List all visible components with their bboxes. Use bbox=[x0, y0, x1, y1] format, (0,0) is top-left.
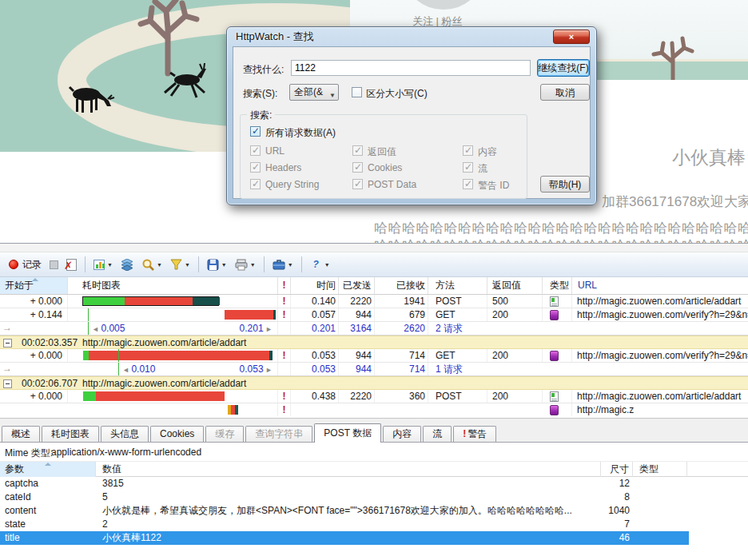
find-dialog: HttpWatch - 查找 × 查找什么: 继续查找(F) 搜索(S): 全部… bbox=[226, 26, 597, 205]
post-param-row[interactable]: captcha 3815 12 bbox=[0, 477, 748, 490]
request-row[interactable]: + 0.000 ! 0.140 2220 1941 POST 500 http:… bbox=[0, 295, 748, 308]
tab-headers[interactable]: 头信息 bbox=[101, 426, 149, 442]
param-name: captcha bbox=[5, 477, 93, 490]
filter-button[interactable]: ▼ bbox=[169, 256, 192, 273]
match-case-label[interactable]: 区分大小写(C) bbox=[366, 87, 428, 101]
record-button[interactable]: 记录 bbox=[7, 256, 43, 273]
param-name: state bbox=[5, 518, 93, 531]
help-button[interactable]: ? ▼ bbox=[308, 256, 332, 273]
stream-checkbox-label: 流 bbox=[478, 162, 487, 176]
find-next-button[interactable]: 继续查找(F) bbox=[537, 59, 590, 77]
warning-icon: ! bbox=[278, 295, 291, 308]
mime-type-row: Mime 类型: application/x-www-form-urlencod… bbox=[0, 443, 748, 461]
chevron-down-icon: ▼ bbox=[324, 262, 330, 268]
search-button[interactable]: ▼ bbox=[140, 256, 164, 273]
pane-chrome-strip bbox=[0, 244, 748, 252]
range-start: 0.010 bbox=[122, 363, 155, 375]
all-request-data-label[interactable]: 所有请求数据(A) bbox=[265, 126, 336, 140]
image-file-icon bbox=[550, 351, 559, 361]
param-value: 小伙就是棒，希望真诚交朋友，加群<SPAN><FONT face="">3661… bbox=[102, 504, 598, 518]
clear-button[interactable]: ✗ bbox=[65, 256, 78, 273]
column-header-method[interactable]: 方法 bbox=[428, 277, 487, 294]
group-button[interactable] bbox=[119, 256, 135, 273]
param-size: 8 bbox=[585, 490, 630, 504]
post-column-name[interactable]: 参数 bbox=[0, 462, 96, 477]
start-offset: + 0.144 bbox=[0, 308, 68, 321]
collapse-icon[interactable] bbox=[3, 339, 12, 348]
post-column-value[interactable]: 数值 bbox=[96, 462, 601, 477]
dialog-title[interactable]: HttpWatch - 查找 bbox=[227, 27, 596, 46]
match-case-checkbox[interactable] bbox=[352, 87, 362, 97]
collapse-icon[interactable] bbox=[3, 379, 12, 388]
tab-warnings[interactable]: !警告 bbox=[453, 426, 496, 442]
column-header-status[interactable]: 返回值 bbox=[487, 277, 543, 294]
layers-icon bbox=[121, 259, 133, 271]
column-header-type[interactable]: 类型 bbox=[543, 277, 572, 294]
group-timestamp: 00:02:06.707 bbox=[22, 377, 78, 390]
column-header-started[interactable]: 开始于 bbox=[0, 277, 68, 294]
post-column-type[interactable]: 类型 bbox=[633, 462, 687, 477]
status-value: 200 bbox=[487, 349, 543, 362]
tab-query-string[interactable]: 查询字符串 bbox=[245, 426, 312, 442]
tools-button[interactable]: ▼ bbox=[271, 256, 295, 273]
toolbar-separator bbox=[264, 256, 265, 272]
tab-content[interactable]: 内容 bbox=[383, 426, 421, 442]
request-url: http://magic.zuowen.com/verify?h=29&n=a bbox=[572, 308, 748, 321]
page-group-row[interactable]: 00:02:03.357 http://magic.zuowen.com/art… bbox=[0, 336, 748, 349]
print-button[interactable]: ▼ bbox=[233, 256, 257, 273]
sort-ascending-icon bbox=[32, 278, 38, 281]
help-icon: ? bbox=[310, 259, 322, 271]
tab-cache[interactable]: 缓存 bbox=[205, 426, 244, 442]
status-checkbox bbox=[352, 145, 363, 156]
column-header-timechart[interactable]: 耗时图表 bbox=[68, 277, 278, 294]
pane-splitter[interactable] bbox=[0, 418, 748, 423]
url-checkbox bbox=[250, 145, 261, 156]
find-input[interactable] bbox=[291, 60, 531, 76]
tab-post-data[interactable]: POST 数据 bbox=[314, 423, 381, 443]
post-param-row-selected[interactable]: title 小伙真棒1122 46 bbox=[0, 531, 689, 545]
help-button[interactable]: 帮助(H) bbox=[540, 176, 590, 193]
tab-cookies[interactable]: Cookies bbox=[150, 426, 204, 442]
summary-view-button[interactable]: ▼ bbox=[92, 256, 114, 273]
stop-button[interactable] bbox=[48, 256, 60, 273]
post-param-row[interactable]: cateId 5 8 bbox=[0, 490, 748, 504]
post-param-row[interactable]: content 小伙就是棒，希望真诚交朋友，加群<SPAN><FONT face… bbox=[0, 504, 748, 518]
request-url: http://magic.zuowen.com/article/addart bbox=[572, 390, 748, 403]
tab-overview[interactable]: 概述 bbox=[2, 426, 40, 442]
tab-timechart[interactable]: 耗时图表 bbox=[42, 426, 99, 442]
search-scope-group: 搜索: 所有请求数据(A) URL 返回值 内容 Headers Cookies… bbox=[240, 114, 527, 199]
cancel-button[interactable]: 取消 bbox=[540, 84, 590, 101]
received-total: 714 bbox=[375, 363, 428, 375]
column-header-received[interactable]: 已接收 bbox=[375, 277, 428, 294]
column-header-url[interactable]: URL bbox=[572, 277, 748, 294]
request-row-partial[interactable]: ! http://magic.z bbox=[0, 403, 748, 417]
param-value: 小伙真棒1122 bbox=[102, 531, 598, 545]
all-request-data-checkbox[interactable] bbox=[250, 126, 261, 137]
warning-id-checkbox-label: 警告 ID bbox=[478, 179, 509, 193]
request-row[interactable]: + 0.000 ! 0.053 944 714 GET 200 http://m… bbox=[0, 349, 748, 363]
post-column-size[interactable]: 尺寸 bbox=[601, 462, 633, 477]
sent-value: 944 bbox=[339, 349, 375, 362]
record-icon bbox=[9, 260, 18, 269]
column-header-warning[interactable]: ! bbox=[278, 277, 291, 294]
tab-stream[interactable]: 流 bbox=[423, 426, 452, 442]
received-value: 1941 bbox=[375, 295, 428, 308]
query-string-checkbox bbox=[250, 179, 261, 189]
scope-dropdown[interactable]: 全部(& ▼ bbox=[289, 84, 339, 101]
post-param-row[interactable]: state 2 7 bbox=[0, 518, 748, 531]
request-row[interactable]: + 0.000 ! 0.438 2220 360 POST 200 http:/… bbox=[0, 390, 748, 403]
page-group-row[interactable]: 00:02:06.707 http://magic.zuowen.com/art… bbox=[0, 376, 748, 390]
column-header-time[interactable]: 时间 bbox=[291, 277, 339, 294]
start-offset: + 0.000 bbox=[0, 349, 68, 362]
timing-chart bbox=[68, 308, 278, 321]
cookies-checkbox bbox=[352, 162, 363, 173]
method-value: POST bbox=[428, 390, 487, 403]
request-row[interactable]: + 0.144 ! 0.057 944 679 GET 200 http://m… bbox=[0, 308, 748, 322]
start-offset: + 0.000 bbox=[0, 295, 68, 308]
save-button[interactable]: ▼ bbox=[205, 256, 229, 273]
column-header-sent[interactable]: 已发送 bbox=[339, 277, 375, 294]
close-icon[interactable]: × bbox=[553, 30, 590, 44]
method-value: POST bbox=[428, 295, 487, 308]
request-count: 2 请求 bbox=[428, 322, 487, 335]
stop-icon bbox=[50, 260, 58, 269]
